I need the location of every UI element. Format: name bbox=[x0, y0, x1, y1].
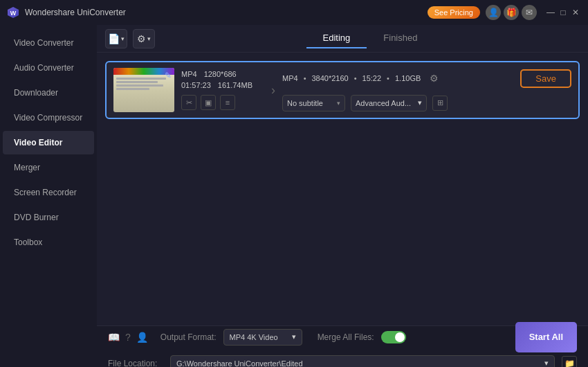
edit-overlay-icon: ✎ bbox=[165, 71, 172, 80]
thumbnail-line bbox=[116, 81, 158, 83]
merge-toggle[interactable] bbox=[381, 331, 406, 343]
video-card: ✎ MP4 1280*686 01:57:23 161.74MB ✂ ▣ bbox=[105, 61, 580, 119]
audio-chevron: ▾ bbox=[418, 98, 422, 107]
subtitle-chevron: ▾ bbox=[337, 100, 340, 107]
thumbnail-line bbox=[116, 78, 166, 80]
settings-chevron: ▾ bbox=[147, 35, 151, 42]
sidebar-item-video-compressor[interactable]: Video Compressor bbox=[3, 106, 94, 129]
sidebar-item-toolbox[interactable]: Toolbox bbox=[3, 231, 94, 254]
video-thumbnail: ✎ bbox=[113, 68, 174, 112]
tab-finished[interactable]: Finished bbox=[367, 28, 434, 48]
file-location-value: G:\Wondershare UniConverter\Edited bbox=[176, 359, 303, 368]
output-block: MP4 • 3840*2160 • 15:22 • 1.10GB ⚙ Save … bbox=[282, 69, 571, 111]
title-bar: W Wondershare UniConverter See Pricing 👤… bbox=[0, 0, 588, 25]
sidebar-item-screen-recorder[interactable]: Screen Recorder bbox=[3, 181, 94, 204]
output-separator-3: • bbox=[387, 74, 389, 82]
window-controls: — □ ✕ bbox=[545, 7, 581, 18]
mail-icon[interactable]: ✉ bbox=[522, 5, 537, 20]
format-chevron: ▾ bbox=[292, 332, 296, 341]
person-icon[interactable]: 👤 bbox=[136, 332, 148, 343]
add-file-chevron: ▾ bbox=[121, 35, 125, 42]
sidebar-item-dvd-burner[interactable]: DVD Burner bbox=[3, 206, 94, 229]
input-format: MP4 bbox=[181, 70, 197, 78]
merge-label: Merge All Files: bbox=[318, 332, 374, 342]
save-button[interactable]: Save bbox=[520, 69, 571, 88]
audio-select[interactable]: Advanced Aud... ▾ bbox=[351, 95, 427, 111]
video-tools: ✂ ▣ ≡ bbox=[181, 95, 264, 110]
bottom-row-1: 📖 ? 👤 Output Format: MP4 4K Video ▾ Merg… bbox=[108, 322, 577, 352]
output-separator-1: • bbox=[304, 74, 306, 82]
file-location-label: File Location: bbox=[108, 359, 163, 368]
close-button[interactable]: ✕ bbox=[570, 7, 581, 18]
maximize-button[interactable]: □ bbox=[558, 7, 569, 18]
subtitle-tool-button[interactable]: ≡ bbox=[220, 95, 235, 110]
settings-icon: ⚙ bbox=[137, 33, 146, 44]
input-meta-row-1: MP4 1280*686 bbox=[181, 70, 264, 78]
add-file-button[interactable]: 📄 ▾ bbox=[105, 29, 127, 48]
bottom-row-2: File Location: G:\Wondershare UniConvert… bbox=[108, 355, 577, 368]
format-select[interactable]: MP4 4K Video ▾ bbox=[223, 329, 302, 346]
sidebar-item-audio-converter[interactable]: Audio Converter bbox=[3, 56, 94, 80]
output-filesize: 1.10GB bbox=[395, 74, 421, 82]
sidebar-item-downloader[interactable]: Downloader bbox=[3, 81, 94, 105]
output-settings-button[interactable]: ⚙ bbox=[426, 71, 441, 86]
format-value: MP4 4K Video bbox=[230, 333, 278, 341]
sidebar-item-video-converter[interactable]: Video Converter bbox=[3, 31, 94, 55]
sidebar-item-video-editor[interactable]: Video Editor bbox=[3, 131, 94, 154]
svg-text:W: W bbox=[10, 10, 17, 17]
output-format: MP4 bbox=[282, 74, 298, 82]
cut-tool-button[interactable]: ✂ bbox=[181, 95, 196, 110]
input-meta-row-2: 01:57:23 161.74MB bbox=[181, 81, 264, 89]
gift-icon[interactable]: 🎁 bbox=[504, 5, 519, 20]
top-toolbar: 📄 ▾ ⚙ ▾ Editing Finished bbox=[97, 25, 588, 53]
user-icon[interactable]: 👤 bbox=[486, 5, 501, 20]
tab-bar: Editing Finished bbox=[306, 28, 434, 48]
app-logo: W bbox=[7, 6, 19, 19]
start-all-button[interactable]: Start All bbox=[515, 322, 577, 352]
output-format-label: Output Format: bbox=[160, 332, 217, 342]
subtitle-value: No subtitle bbox=[287, 99, 323, 107]
output-duration: 15:22 bbox=[362, 74, 382, 82]
sidebar: Video Converter Audio Converter Download… bbox=[0, 25, 97, 367]
video-list-area: ✎ MP4 1280*686 01:57:23 161.74MB ✂ ▣ bbox=[97, 53, 588, 325]
settings-button[interactable]: ⚙ ▾ bbox=[133, 29, 155, 48]
input-duration: 01:57:23 bbox=[181, 81, 211, 89]
thumbnail-line bbox=[116, 84, 163, 87]
app-title: Wondershare UniConverter bbox=[25, 8, 428, 17]
crop-tool-button[interactable]: ▣ bbox=[201, 95, 216, 110]
thumbnail-content bbox=[113, 75, 174, 112]
subtitle-add-button[interactable]: ⊞ bbox=[432, 96, 448, 111]
file-location-input[interactable]: G:\Wondershare UniConverter\Edited ▾ bbox=[170, 355, 555, 368]
input-video-info: MP4 1280*686 01:57:23 161.74MB ✂ ▣ ≡ bbox=[181, 70, 264, 110]
input-filesize: 161.74MB bbox=[218, 81, 252, 89]
file-icon: 📄 bbox=[108, 33, 120, 44]
output-resolution: 3840*2160 bbox=[311, 74, 348, 82]
help-icon[interactable]: ? bbox=[125, 332, 131, 343]
thumbnail-line bbox=[116, 88, 149, 90]
sidebar-item-merger[interactable]: Merger bbox=[3, 156, 94, 179]
content-area: 📄 ▾ ⚙ ▾ Editing Finished bbox=[97, 25, 588, 367]
tab-editing[interactable]: Editing bbox=[306, 28, 367, 48]
arrow-divider: › bbox=[271, 83, 275, 98]
main-layout: Video Converter Audio Converter Download… bbox=[0, 25, 588, 367]
browse-folder-button[interactable]: 📁 bbox=[562, 356, 577, 368]
book-icon[interactable]: 📖 bbox=[108, 332, 120, 343]
bottom-left-icons: 📖 ? 👤 bbox=[108, 332, 148, 343]
minimize-button[interactable]: — bbox=[545, 7, 556, 18]
file-location-chevron: ▾ bbox=[544, 359, 549, 367]
audio-value: Advanced Aud... bbox=[356, 99, 411, 107]
subtitle-select[interactable]: No subtitle ▾ bbox=[282, 95, 345, 111]
output-separator-2: • bbox=[354, 74, 357, 82]
input-resolution: 1280*686 bbox=[204, 70, 237, 78]
output-meta-top: MP4 • 3840*2160 • 15:22 • 1.10GB ⚙ Save bbox=[282, 69, 571, 88]
bottom-bar: 📖 ? 👤 Output Format: MP4 4K Video ▾ Merg… bbox=[97, 325, 588, 367]
see-pricing-button[interactable]: See Pricing bbox=[428, 6, 480, 19]
subtitle-row: No subtitle ▾ Advanced Aud... ▾ ⊞ bbox=[282, 95, 571, 111]
